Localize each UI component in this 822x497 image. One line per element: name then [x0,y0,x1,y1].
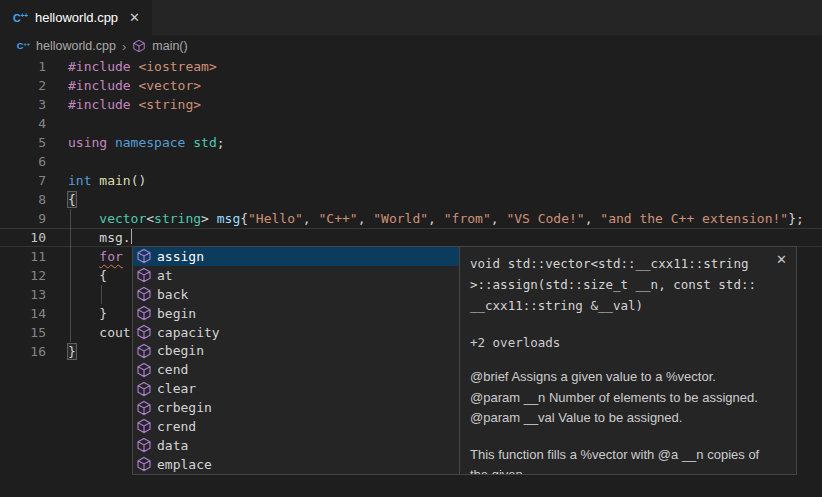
suggest-item-label: assign [157,249,204,264]
cpp-file-icon: C++ [12,10,28,26]
code-text: #include <vector> [68,76,201,95]
text-cursor [131,229,133,244]
code-text: #include <iostream> [68,57,217,76]
line-number: 12 [0,266,46,285]
code-line-3[interactable]: 3#include <string> [0,95,822,114]
line-number: 9 [0,209,46,228]
docs-tag-line: @brief Assigns a given value to a %vecto… [470,367,786,388]
docs-tag-line: @param __n Number of elements to be assi… [470,388,786,409]
line-number: 3 [0,95,46,114]
docs-signature: void std::vector<std::__cxx11::string>::… [470,253,786,316]
symbol-method-cube-icon [136,267,152,283]
symbol-method-cube-icon [136,324,152,340]
vscode-window: C++ helloworld.cpp ✕ C++ helloworld.cpp … [0,0,822,497]
symbol-method-cube-icon [136,456,152,472]
docs-body-line: the given [470,465,786,475]
line-number: 7 [0,171,46,190]
suggest-item-label: crbegin [157,400,212,415]
suggest-item-crend[interactable]: crend [133,417,459,436]
code-line-1[interactable]: 1#include <iostream> [0,57,822,76]
code-text: int main() [68,171,146,190]
close-icon[interactable]: ✕ [776,252,787,267]
code-text: vector<string> msg{"Hello", "C++", "Worl… [68,209,804,228]
line-number: 16 [0,342,46,361]
symbol-method-cube-icon [136,381,152,397]
docs-overloads: +2 overloads [470,332,786,353]
docs-tags: @brief Assigns a given value to a %vecto… [470,367,786,429]
line-number: 1 [0,57,46,76]
code-line-9[interactable]: 9 vector<string> msg{"Hello", "C++", "Wo… [0,209,822,228]
docs-body-line: This function fills a %vector with @a __… [470,445,786,466]
line-number: 13 [0,285,46,304]
breadcrumb: C++ helloworld.cpp › main() [0,35,822,57]
line-number: 2 [0,76,46,95]
code-line-5[interactable]: 5using namespace std; [0,133,822,152]
suggest-item-crbegin[interactable]: crbegin [133,398,459,417]
line-number: 15 [0,323,46,342]
suggest-item-label: back [157,287,188,302]
suggest-item-label: clear [157,381,196,396]
symbol-method-cube-icon [136,437,152,453]
code-line-6[interactable]: 6 [0,152,822,171]
docs-body: This function fills a %vector with @a __… [470,445,786,476]
tab-helloworld-cpp[interactable]: C++ helloworld.cpp ✕ [0,0,152,35]
suggest-item-label: cbegin [157,343,204,358]
symbol-method-cube-icon [136,286,152,302]
tab-bar: C++ helloworld.cpp ✕ [0,0,822,35]
suggest-item-label: begin [157,306,196,321]
suggest-item-emplace[interactable]: emplace [133,455,459,474]
chevron-right-icon: › [122,39,126,54]
breadcrumb-file[interactable]: helloworld.cpp [36,39,116,53]
code-text: for [68,247,123,266]
code-line-8[interactable]: 8{ [0,190,822,209]
svg-text:++: ++ [23,41,30,47]
code-line-2[interactable]: 2#include <vector> [0,76,822,95]
code-text: using namespace std; [68,133,225,152]
line-number: 5 [0,133,46,152]
suggest-item-assign[interactable]: assign [133,247,459,266]
docs-signature-line: __cxx11::string &__val) [470,295,786,316]
code-text: msg. [68,228,132,247]
line-number: 6 [0,152,46,171]
svg-text:++: ++ [20,12,28,19]
suggest-item-at[interactable]: at [133,266,459,285]
tab-close-icon[interactable]: ✕ [129,10,140,25]
line-number: 10 [0,228,46,247]
cpp-file-icon: C++ [16,39,30,53]
suggest-item-cbegin[interactable]: cbegin [133,341,459,360]
code-text: #include <string> [68,95,201,114]
code-line-10[interactable]: 10 msg. [0,228,822,247]
symbol-method-cube-icon [136,343,152,359]
tab-title: helloworld.cpp [35,10,118,25]
symbol-method-cube-icon [136,248,152,264]
line-number: 14 [0,304,46,323]
suggest-docs-panel: ✕ void std::vector<std::__cxx11::string>… [459,246,797,475]
breadcrumb-symbol[interactable]: main() [152,39,187,53]
code-line-4[interactable]: 4 [0,114,822,133]
symbol-method-cube-icon [136,362,152,378]
code-text: { [68,190,76,209]
symbol-method-cube-icon [132,39,146,53]
docs-signature-line: void std::vector<std::__cxx11::string [470,253,786,274]
suggest-item-back[interactable]: back [133,285,459,304]
suggest-item-label: at [157,268,173,283]
suggest-item-label: emplace [157,457,212,472]
suggest-item-data[interactable]: data [133,436,459,455]
suggest-item-label: cend [157,362,188,377]
suggest-item-clear[interactable]: clear [133,379,459,398]
code-line-7[interactable]: 7int main() [0,171,822,190]
docs-signature-line: >::assign(std::size_t __n, const std:: [470,274,786,295]
code-text: { [68,266,107,285]
suggest-item-label: data [157,438,188,453]
code-text: cout [68,323,131,342]
suggest-item-capacity[interactable]: capacity [133,323,459,342]
code-text: } [68,304,107,323]
symbol-method-cube-icon [136,400,152,416]
symbol-method-cube-icon [136,418,152,434]
suggest-item-cend[interactable]: cend [133,360,459,379]
docs-tag-line: @param __val Value to be assigned. [470,408,786,429]
line-number: 11 [0,247,46,266]
line-number: 8 [0,190,46,209]
suggest-item-begin[interactable]: begin [133,304,459,323]
code-text: } [68,342,76,361]
